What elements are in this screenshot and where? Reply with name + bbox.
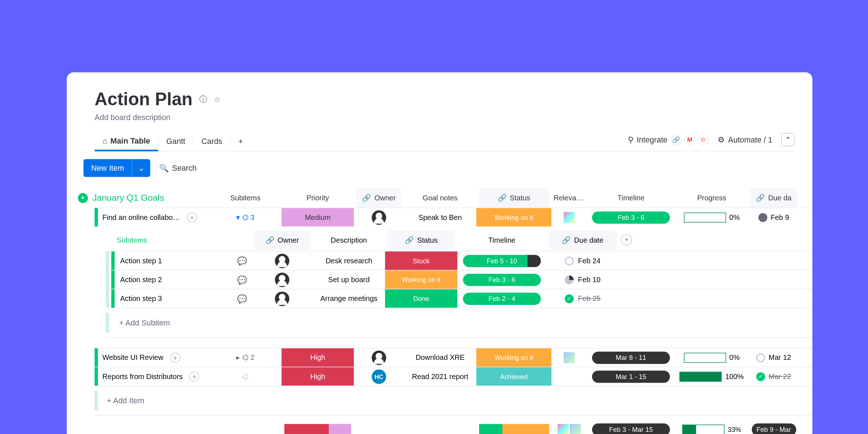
- due-date[interactable]: Feb 25: [578, 294, 600, 303]
- item-name[interactable]: Find an online collaborat…: [102, 213, 180, 221]
- desc-cell[interactable]: Arrange meetings: [313, 289, 385, 308]
- desc-cell[interactable]: Set up board: [313, 271, 385, 289]
- expand-icon[interactable]: +: [170, 353, 180, 363]
- progress-cell[interactable]: 100%: [676, 367, 748, 386]
- col-relevant[interactable]: Relevant F…: [552, 188, 587, 208]
- sub-col-owner[interactable]: 🔗Owner: [254, 230, 311, 250]
- notes-cell[interactable]: Read 2021 report: [404, 367, 476, 386]
- add-tab-button[interactable]: +: [231, 132, 251, 150]
- add-subitem-button[interactable]: + Add Subitem: [106, 308, 812, 338]
- timeline-pill[interactable]: Feb 3 - 6: [463, 273, 541, 286]
- expand-icon[interactable]: +: [190, 371, 200, 382]
- sub-col-desc[interactable]: Description: [313, 230, 385, 250]
- due-date[interactable]: Feb 9: [771, 213, 789, 221]
- col-subitems[interactable]: Subitems: [209, 188, 281, 208]
- owner-avatar[interactable]: [275, 291, 289, 306]
- subitems-toggle[interactable]: ▾ ⌬ 3: [236, 213, 255, 221]
- col-status[interactable]: 🔗Status: [478, 188, 549, 208]
- status-summary: [479, 424, 549, 434]
- timeline-pill[interactable]: Feb 5 - 10: [463, 255, 541, 267]
- table-row[interactable]: Find an online collaborat… + ▾ ⌬ 3 Mediu…: [95, 208, 813, 226]
- due-date[interactable]: Feb 10: [578, 276, 600, 284]
- add-column-icon[interactable]: +: [621, 234, 632, 246]
- subitem-row[interactable]: Action step 1💬 Desk research Stuck Feb 5…: [106, 251, 812, 270]
- due-date[interactable]: Mar 22: [769, 372, 791, 380]
- collapse-group-icon[interactable]: ▾: [78, 193, 88, 203]
- star-icon[interactable]: ☆: [214, 95, 221, 104]
- notes-cell[interactable]: Speak to Ben: [404, 208, 476, 226]
- chat-icon[interactable]: 💬: [237, 294, 247, 304]
- col-priority[interactable]: Priority: [281, 188, 354, 208]
- priority-cell[interactable]: High: [281, 367, 354, 386]
- integrate-button[interactable]: ⚲ Integrate 🔗 M ⚙: [628, 134, 709, 145]
- due-summary: Feb 9 - Mar: [752, 424, 796, 434]
- status-cell[interactable]: Working on it: [476, 348, 552, 367]
- subitem-name[interactable]: Action step 2: [120, 276, 162, 284]
- timeline-pill[interactable]: Feb 3 - 6: [592, 211, 670, 224]
- table-row[interactable]: Website UI Review + ▸ ⌬ 2 High Download …: [95, 348, 813, 367]
- board-title[interactable]: Action Plan: [95, 89, 193, 110]
- col-timeline[interactable]: Timeline: [587, 188, 676, 208]
- search-button[interactable]: 🔍 Search: [159, 163, 197, 173]
- search-label: Search: [172, 163, 197, 173]
- col-progress[interactable]: Progress: [676, 188, 748, 208]
- status-cell[interactable]: Achieved: [476, 367, 552, 386]
- tab-gantt-label: Gantt: [166, 137, 186, 146]
- progress-cell[interactable]: 0%: [676, 208, 748, 226]
- expand-icon[interactable]: +: [187, 212, 197, 222]
- sub-col-status[interactable]: 🔗Status: [387, 230, 455, 250]
- col-due[interactable]: 🔗Due da: [750, 188, 797, 208]
- desc-cell[interactable]: Desk research: [313, 251, 385, 270]
- tab-main-table[interactable]: ⌂ Main Table: [95, 132, 158, 152]
- relevant-thumb[interactable]: [563, 352, 575, 363]
- new-item-button[interactable]: New Item ⌄: [84, 159, 150, 177]
- progress-cell[interactable]: 0%: [676, 348, 748, 367]
- owner-avatar[interactable]: [372, 350, 386, 365]
- owner-avatar[interactable]: [275, 272, 289, 287]
- status-cell[interactable]: Working on it: [385, 271, 458, 289]
- sub-col-timeline[interactable]: Timeline: [458, 230, 546, 250]
- subitem-name[interactable]: Action step 1: [120, 256, 162, 265]
- status-cell[interactable]: Done: [385, 289, 458, 308]
- due-date[interactable]: Mar 12: [769, 353, 791, 362]
- priority-cell[interactable]: Medium: [281, 208, 354, 226]
- collapse-header-button[interactable]: ⌃: [781, 133, 795, 146]
- status-cell[interactable]: Stuck: [385, 251, 458, 270]
- priority-cell[interactable]: High: [281, 348, 354, 367]
- subitems-icon[interactable]: ⌬: [242, 372, 248, 380]
- subitems-toggle[interactable]: ▸ ⌬ 2: [236, 353, 255, 362]
- table-row[interactable]: Reports from Distributors + ⌬ High HC Re…: [95, 367, 813, 386]
- integration-gmail-icon: M: [684, 134, 695, 145]
- col-owner[interactable]: 🔗Owner: [356, 188, 402, 208]
- timeline-pill[interactable]: Mar 8 - 11: [592, 352, 670, 364]
- subitems-header: Subitems: [106, 236, 251, 244]
- relevant-thumb[interactable]: [563, 212, 575, 223]
- automate-button[interactable]: ⚙ Automate / 1: [718, 135, 772, 144]
- item-name[interactable]: Website UI Review: [102, 353, 163, 362]
- chat-icon[interactable]: 💬: [237, 275, 247, 285]
- col-goal-notes[interactable]: Goal notes: [404, 188, 476, 208]
- subitem-row[interactable]: Action step 2💬 Set up board Working on i…: [106, 270, 812, 289]
- notes-cell[interactable]: Download XRE: [404, 348, 476, 367]
- add-item-button[interactable]: + Add Item: [95, 386, 813, 416]
- status-cell[interactable]: Working on it: [476, 208, 552, 226]
- owner-avatar[interactable]: HC: [372, 369, 386, 384]
- info-icon[interactable]: ⓘ: [199, 94, 207, 105]
- chat-icon[interactable]: 💬: [237, 256, 247, 266]
- sub-col-due[interactable]: 🔗Due date: [549, 230, 617, 250]
- tab-gantt[interactable]: Gantt: [158, 132, 193, 150]
- link-icon: 🔗: [498, 193, 507, 202]
- board-subtitle[interactable]: Add board description: [95, 113, 795, 122]
- timeline-pill[interactable]: Feb 2 - 4: [463, 292, 541, 305]
- timeline-pill[interactable]: Mar 1 - 15: [592, 370, 670, 383]
- owner-avatar[interactable]: [372, 210, 386, 225]
- item-name[interactable]: Reports from Distributors: [102, 372, 183, 380]
- subitem-name[interactable]: Action step 3: [120, 294, 162, 303]
- owner-avatar[interactable]: [275, 254, 289, 268]
- group-title[interactable]: ▾ January Q1 Goals: [78, 193, 209, 203]
- new-item-dropdown[interactable]: ⌄: [132, 159, 150, 177]
- due-progress-icon: [565, 275, 574, 284]
- due-date[interactable]: Feb 24: [578, 256, 600, 265]
- subitem-row[interactable]: Action step 3💬 Arrange meetings Done Feb…: [106, 289, 812, 307]
- tab-cards[interactable]: Cards: [193, 132, 230, 150]
